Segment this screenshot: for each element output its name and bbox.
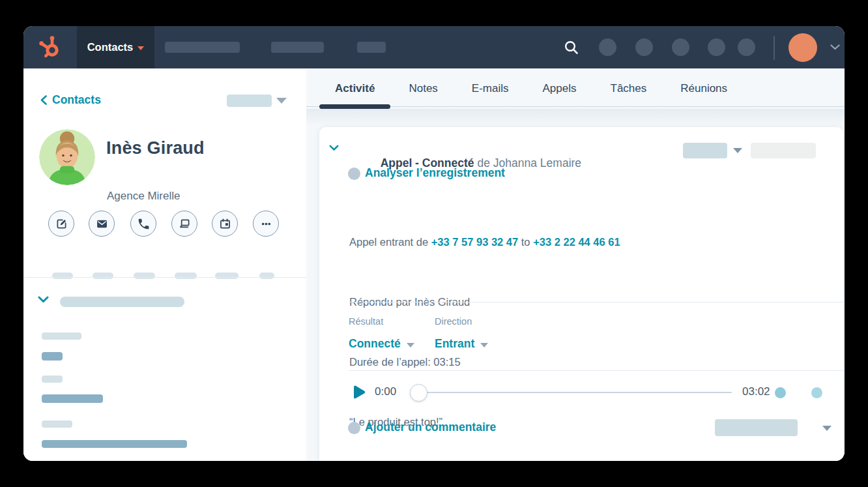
card-divider: [349, 370, 843, 371]
nav-icon-placeholder-1[interactable]: [599, 38, 616, 56]
tab-notes[interactable]: Notes: [393, 68, 453, 109]
chevron-down-icon[interactable]: [733, 148, 742, 153]
field-label-placeholder: [42, 332, 81, 340]
task-button-label-placeholder: [175, 273, 197, 279]
tab-reunions[interactable]: Réunions: [665, 68, 743, 109]
more-button[interactable]: [253, 211, 279, 237]
email-button[interactable]: [89, 211, 115, 237]
section-title-placeholder: [60, 297, 184, 307]
result-field-label: Résultat: [349, 316, 383, 327]
tab-emails[interactable]: E-mails: [456, 68, 525, 109]
playback-slider-thumb[interactable]: [410, 384, 427, 402]
direction-field-label: Direction: [435, 316, 472, 327]
breadcrumb-back-contacts[interactable]: Contacts: [40, 93, 101, 107]
chevron-down-icon: [480, 343, 488, 347]
nav-icon-placeholder-5[interactable]: [738, 38, 755, 56]
card-button-placeholder[interactable]: [751, 143, 816, 158]
tab-activite[interactable]: Activité: [319, 68, 390, 109]
analyze-recording-link[interactable]: Analyser l’enregistrement: [365, 166, 505, 180]
note-button-label-placeholder: [52, 273, 73, 279]
comment-bullet-icon: [348, 422, 360, 434]
contact-sidebar: Contacts: [23, 68, 306, 461]
app-window: Contacts: [23, 26, 845, 461]
direction-dropdown-value: Entrant: [435, 337, 474, 351]
nav-item-placeholder-2[interactable]: [271, 42, 324, 53]
chevron-down-icon[interactable]: [329, 145, 339, 151]
tab-appels[interactable]: Appels: [527, 68, 592, 109]
activity-tabs: Activité Notes E-mails Appels Tâches Réu…: [306, 68, 845, 109]
navbar-divider: [774, 36, 775, 60]
screen: Contacts: [0, 0, 868, 487]
result-dropdown[interactable]: Connecté: [349, 337, 414, 351]
card-divider: [349, 302, 843, 303]
meeting-button-label-placeholder: [215, 273, 239, 279]
field-value-placeholder: [42, 440, 187, 448]
laptop-icon: [178, 217, 192, 231]
nav-icon-placeholder-3[interactable]: [672, 38, 689, 56]
nav-icon-placeholder-2[interactable]: [635, 38, 653, 56]
field-value-placeholder: [42, 394, 103, 403]
field-label-placeholder: [42, 376, 63, 383]
top-navbar: Contacts: [23, 26, 845, 68]
tab-taches[interactable]: Tâches: [595, 68, 663, 109]
chevron-down-icon[interactable]: [38, 296, 49, 303]
phone-number-to[interactable]: +33 2 22 44 46 61: [533, 236, 620, 248]
call-button[interactable]: [130, 211, 156, 237]
more-button-label-placeholder: [259, 273, 274, 279]
call-line-mid: to: [518, 236, 533, 248]
search-icon[interactable]: [563, 39, 580, 56]
note-button[interactable]: [48, 211, 74, 237]
breadcrumb-label: Contacts: [52, 93, 101, 107]
phone-number-from[interactable]: +33 7 57 93 32 47: [431, 236, 519, 248]
nav-item-contacts-label: Contacts: [87, 41, 134, 53]
tabs-shadow: [306, 109, 845, 126]
field-value-placeholder: [42, 352, 63, 361]
nav-item-contacts[interactable]: Contacts: [77, 26, 154, 68]
nav-icon-placeholder-4[interactable]: [708, 38, 725, 56]
playback-slider-track[interactable]: [418, 392, 732, 393]
card-dropdown-placeholder[interactable]: [683, 143, 727, 158]
call-direction-line: Appel entrant de +33 7 57 93 32 47 to +3…: [349, 232, 620, 252]
call-icon: [137, 217, 151, 231]
contact-name: Inès Giraud: [106, 138, 205, 158]
activity-panel: Activité Notes E-mails Appels Tâches Réu…: [306, 68, 845, 461]
direction-dropdown[interactable]: Entrant: [435, 337, 488, 351]
player-options-button-placeholder[interactable]: [811, 387, 822, 398]
result-dropdown-value: Connecté: [349, 337, 401, 351]
contact-company: Agence Mirelle: [107, 190, 180, 203]
playback-current-time: 0:00: [375, 385, 396, 398]
play-icon[interactable]: [352, 385, 367, 400]
chevron-down-icon[interactable]: [822, 426, 832, 431]
nav-item-placeholder-3[interactable]: [357, 42, 386, 53]
nav-item-placeholder-1[interactable]: [165, 42, 240, 53]
chevron-down-icon: [137, 46, 144, 50]
meeting-button[interactable]: [212, 211, 238, 237]
field-label-placeholder: [42, 421, 72, 428]
chevron-left-icon: [40, 95, 47, 105]
analyze-bullet-icon: [348, 168, 360, 180]
call-activity-card: Appel - Connectéde Johanna Lemaire Analy…: [319, 127, 843, 461]
actions-dropdown-placeholder[interactable]: [227, 95, 272, 107]
volume-button-placeholder[interactable]: [775, 387, 786, 398]
contact-avatar: [39, 129, 95, 185]
chevron-down-icon[interactable]: [276, 98, 287, 104]
calendar-icon: [218, 217, 232, 231]
ellipsis-icon: [259, 217, 273, 231]
call-line-prefix: Appel entrant de: [349, 236, 431, 248]
email-button-label-placeholder: [93, 273, 113, 279]
user-avatar[interactable]: [788, 33, 817, 62]
chevron-down-icon: [407, 343, 414, 347]
email-icon: [95, 217, 109, 231]
call-button-label-placeholder: [134, 273, 155, 279]
note-icon: [55, 217, 68, 231]
comment-dropdown-placeholder[interactable]: [715, 419, 798, 436]
add-comment-link[interactable]: Ajouter un commentaire: [365, 421, 496, 434]
task-button[interactable]: [171, 211, 197, 237]
playback-total-time: 03:02: [742, 385, 770, 398]
call-duration-line: Durée de l’appel: 03:15: [349, 352, 620, 372]
chevron-down-icon[interactable]: [830, 44, 840, 50]
hubspot-sprocket-icon[interactable]: [36, 34, 63, 60]
sidebar-divider: [23, 277, 306, 278]
